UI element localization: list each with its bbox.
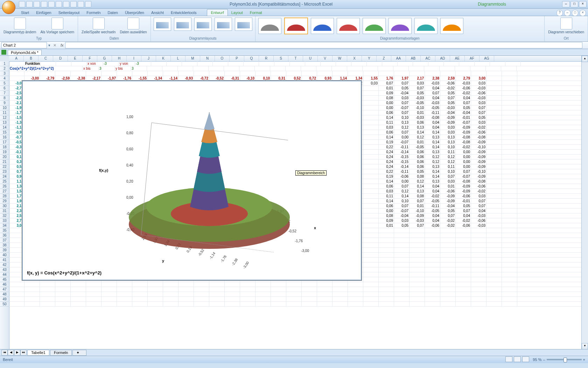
- cell[interactable]: [394, 277, 410, 282]
- cell[interactable]: 3: [131, 66, 147, 71]
- minimize-ribbon-icon[interactable]: –: [564, 10, 570, 16]
- tab-format[interactable]: Format: [246, 9, 266, 16]
- cell[interactable]: [486, 169, 502, 174]
- col-header[interactable]: E: [68, 56, 83, 61]
- row-header[interactable]: 5: [0, 81, 9, 86]
- cell[interactable]: [148, 292, 163, 297]
- cell[interactable]: [486, 263, 502, 267]
- cell[interactable]: [470, 66, 486, 71]
- cell[interactable]: [151, 61, 167, 66]
- row-header[interactable]: 15: [0, 130, 9, 135]
- cell[interactable]: [363, 267, 379, 272]
- cell[interactable]: [502, 297, 517, 301]
- cell[interactable]: [55, 297, 71, 301]
- cell[interactable]: -0,09: [471, 155, 486, 159]
- cell[interactable]: [302, 282, 317, 287]
- cell[interactable]: 0,05: [456, 105, 471, 110]
- cell[interactable]: [240, 297, 255, 301]
- cell[interactable]: [486, 209, 502, 213]
- cell[interactable]: [271, 282, 286, 287]
- cell[interactable]: [424, 66, 440, 71]
- cell[interactable]: -0,02: [440, 223, 456, 228]
- cell[interactable]: 0,12: [394, 125, 410, 130]
- cell[interactable]: [486, 130, 502, 135]
- cell[interactable]: [502, 140, 517, 144]
- cell[interactable]: 0,11: [440, 150, 456, 154]
- cell[interactable]: -0,06: [471, 218, 486, 223]
- cell[interactable]: [393, 66, 409, 71]
- chart-style-thumb[interactable]: [337, 18, 360, 34]
- cell[interactable]: [410, 248, 425, 252]
- cell[interactable]: [502, 263, 517, 267]
- cell[interactable]: 0,06: [379, 110, 394, 115]
- cell[interactable]: 0,13: [425, 179, 440, 184]
- cell[interactable]: [502, 223, 517, 228]
- cell[interactable]: [363, 194, 379, 198]
- cell[interactable]: 0,08: [410, 174, 425, 179]
- cell[interactable]: [363, 169, 379, 174]
- cell[interactable]: [410, 282, 425, 287]
- cell[interactable]: [471, 238, 486, 243]
- zoom-out-icon[interactable]: –: [543, 357, 545, 362]
- cell[interactable]: [194, 297, 209, 301]
- cell[interactable]: [471, 282, 486, 287]
- cell[interactable]: [471, 287, 486, 292]
- cell[interactable]: [24, 282, 40, 287]
- cell[interactable]: [440, 243, 456, 247]
- cell[interactable]: [255, 66, 270, 71]
- cell[interactable]: [9, 292, 24, 297]
- cell[interactable]: [9, 287, 24, 292]
- page-layout-view-icon[interactable]: [514, 356, 521, 362]
- cell[interactable]: [379, 238, 394, 243]
- cell[interactable]: 0,12: [440, 155, 456, 159]
- tab-einfuegen[interactable]: Einfügen: [33, 9, 55, 16]
- redo-icon[interactable]: [34, 1, 40, 7]
- cell[interactable]: [363, 243, 379, 247]
- select-all-corner[interactable]: [0, 56, 9, 62]
- cell[interactable]: -0,03: [471, 86, 486, 90]
- cell[interactable]: [456, 71, 471, 76]
- row-header[interactable]: 28: [0, 194, 9, 199]
- cell[interactable]: 0,03: [471, 194, 486, 198]
- cell[interactable]: -0,10: [471, 145, 486, 149]
- cell[interactable]: [86, 292, 102, 297]
- cell[interactable]: [486, 110, 502, 115]
- cell[interactable]: [9, 302, 24, 306]
- cell[interactable]: 0,01: [410, 140, 425, 144]
- cell[interactable]: [363, 164, 379, 169]
- cell[interactable]: [425, 263, 440, 267]
- cell[interactable]: [24, 297, 40, 301]
- cell[interactable]: [363, 263, 379, 267]
- cell[interactable]: 0,22: [379, 145, 394, 149]
- cell[interactable]: 0,06: [410, 150, 425, 154]
- cell[interactable]: -3: [103, 61, 119, 66]
- cell[interactable]: 0,00: [394, 179, 410, 184]
- cell[interactable]: [425, 253, 440, 257]
- cell[interactable]: [379, 282, 394, 287]
- cell[interactable]: [182, 61, 197, 66]
- cell[interactable]: -0,03: [410, 96, 425, 100]
- cell[interactable]: Cos(x^2+y^2)/(1+x^2+y^2): [9, 66, 83, 71]
- cell[interactable]: 0,03: [440, 179, 456, 184]
- cell[interactable]: [486, 81, 502, 86]
- cell[interactable]: [363, 179, 379, 184]
- cell[interactable]: 0,00: [394, 135, 410, 139]
- cell[interactable]: [117, 292, 132, 297]
- cell[interactable]: 0,24: [379, 159, 394, 164]
- cell[interactable]: [71, 71, 86, 76]
- col-header[interactable]: O: [215, 56, 230, 61]
- cell[interactable]: [363, 155, 379, 159]
- cell[interactable]: [502, 189, 517, 193]
- cell[interactable]: [348, 282, 363, 287]
- col-header[interactable]: Z: [377, 56, 391, 61]
- col-header[interactable]: J: [141, 56, 156, 61]
- cell[interactable]: -0,09: [471, 150, 486, 154]
- cell[interactable]: [225, 292, 240, 297]
- cell[interactable]: [440, 248, 456, 252]
- cell[interactable]: 0,06: [379, 184, 394, 189]
- cell[interactable]: [486, 272, 502, 277]
- tab-ansicht[interactable]: Ansicht: [148, 9, 167, 16]
- cell[interactable]: [117, 282, 132, 287]
- tab-layout[interactable]: Layout: [228, 9, 246, 16]
- cell[interactable]: -0,04: [394, 213, 410, 218]
